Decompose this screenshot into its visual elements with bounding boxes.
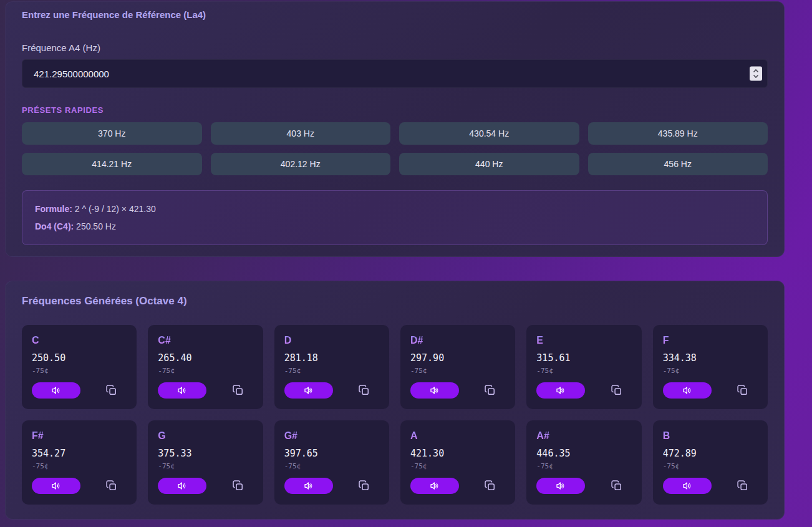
copy-frequency-button[interactable] (737, 384, 749, 397)
play-note-button[interactable] (284, 478, 333, 494)
copy-frequency-button[interactable] (358, 480, 370, 492)
note-actions (410, 478, 505, 494)
do4-line: Do4 (C4): 250.50 Hz (35, 218, 755, 235)
note-frequency: 375.33 (158, 448, 253, 459)
play-note-button[interactable] (536, 382, 585, 399)
note-actions (536, 382, 631, 399)
reference-frequency-card: Entrez une Fréquence de Référence (La4) … (5, 1, 785, 257)
note-actions (536, 478, 631, 494)
note-name: A (410, 430, 505, 442)
note-actions (663, 382, 758, 399)
note-name: A# (536, 430, 631, 442)
note-actions (158, 478, 253, 494)
note-cents: -75¢ (663, 462, 758, 470)
play-note-button[interactable] (663, 478, 712, 494)
copy-icon (611, 384, 623, 397)
copy-frequency-button[interactable] (611, 480, 623, 492)
note-cents: -75¢ (410, 462, 505, 470)
do4-label: Do4 (C4): (35, 221, 74, 231)
frequency-input-wrap (22, 59, 768, 88)
note-frequency: 472.89 (663, 448, 758, 459)
note-cents: -75¢ (284, 462, 379, 470)
formula-value: 2 ^ (-9 / 12) × 421.30 (72, 204, 156, 214)
speaker-icon (304, 385, 314, 395)
frequencies-card-title: Fréquences Générées (Octave 4) (22, 295, 768, 307)
note-card: A 421.30 -75¢ (400, 420, 515, 505)
note-name: G# (284, 430, 379, 442)
note-frequency: 265.40 (158, 352, 253, 364)
formula-label: Formule: (35, 204, 72, 214)
preset-grid: 370 Hz403 Hz430.54 Hz435.89 Hz414.21 Hz4… (22, 122, 768, 175)
formula-line: Formule: 2 ^ (-9 / 12) × 421.30 (35, 200, 755, 218)
note-actions (32, 382, 127, 399)
preset-button[interactable]: 414.21 Hz (22, 153, 202, 175)
note-card: E 315.61 -75¢ (526, 325, 641, 409)
speaker-icon (177, 385, 187, 395)
note-actions (158, 382, 253, 399)
note-cents: -75¢ (536, 367, 631, 375)
note-name: D# (410, 335, 505, 346)
copy-frequency-button[interactable] (232, 480, 244, 492)
play-note-button[interactable] (158, 478, 206, 494)
preset-button[interactable]: 456 Hz (588, 153, 768, 175)
note-card: C# 265.40 -75¢ (148, 325, 263, 409)
copy-icon (611, 480, 623, 492)
speaker-icon (177, 481, 187, 491)
note-card: B 472.89 -75¢ (653, 420, 768, 505)
preset-button[interactable]: 430.54 Hz (399, 122, 579, 145)
note-actions (32, 478, 127, 494)
note-cents: -75¢ (158, 462, 253, 470)
do4-value: 250.50 Hz (74, 221, 116, 231)
note-name: C# (158, 335, 253, 346)
note-card: F# 354.27 -75¢ (22, 420, 137, 505)
note-frequency: 315.61 (536, 352, 631, 364)
note-name: D (284, 335, 379, 346)
note-card: G# 397.65 -75¢ (274, 420, 389, 505)
play-note-button[interactable] (32, 382, 80, 399)
preset-button[interactable]: 402.12 Hz (211, 153, 391, 175)
play-note-button[interactable] (410, 382, 459, 399)
preset-button[interactable]: 440 Hz (399, 153, 579, 175)
note-actions (663, 478, 758, 494)
preset-button[interactable]: 403 Hz (211, 122, 391, 145)
number-stepper-icon[interactable] (750, 67, 762, 81)
copy-icon (484, 480, 496, 492)
play-note-button[interactable] (158, 382, 206, 399)
play-note-button[interactable] (536, 478, 585, 494)
note-cents: -75¢ (410, 367, 505, 375)
note-actions (284, 478, 379, 494)
note-card: D 281.18 -75¢ (274, 325, 389, 409)
copy-frequency-button[interactable] (105, 480, 118, 492)
speaker-icon (682, 481, 692, 491)
note-frequency: 250.50 (32, 352, 127, 364)
note-name: E (536, 335, 631, 346)
copy-frequency-button[interactable] (611, 384, 623, 397)
copy-frequency-button[interactable] (232, 384, 244, 397)
copy-icon (105, 480, 118, 492)
copy-frequency-button[interactable] (358, 384, 370, 397)
preset-button[interactable]: 435.89 Hz (588, 122, 768, 145)
copy-icon (737, 384, 749, 397)
copy-frequency-button[interactable] (484, 384, 496, 397)
note-frequency: 334.38 (663, 352, 758, 364)
note-frequency: 354.27 (32, 448, 127, 459)
copy-frequency-button[interactable] (484, 480, 496, 492)
note-frequency: 281.18 (284, 352, 379, 364)
note-actions (284, 382, 379, 399)
play-note-button[interactable] (284, 382, 333, 399)
note-card: F 334.38 -75¢ (653, 325, 768, 409)
frequency-input[interactable] (22, 59, 768, 88)
play-note-button[interactable] (32, 478, 80, 494)
copy-frequency-button[interactable] (105, 384, 118, 397)
note-cents: -75¢ (536, 462, 631, 470)
speaker-icon (304, 481, 314, 491)
copy-frequency-button[interactable] (737, 480, 749, 492)
note-name: F (663, 335, 758, 346)
play-note-button[interactable] (663, 382, 712, 399)
play-note-button[interactable] (410, 478, 459, 494)
note-name: F# (32, 430, 127, 442)
note-cents: -75¢ (284, 367, 379, 375)
speaker-icon (430, 385, 440, 395)
note-card: C 250.50 -75¢ (22, 325, 137, 409)
preset-button[interactable]: 370 Hz (22, 122, 202, 145)
